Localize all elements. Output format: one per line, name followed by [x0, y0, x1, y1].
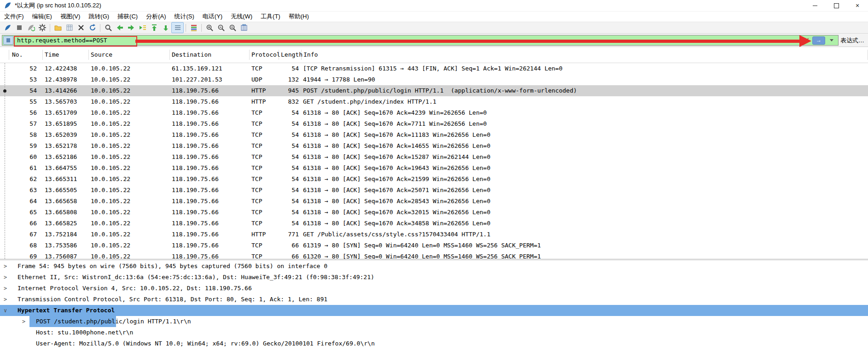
go-to-packet-button[interactable]: [137, 23, 148, 33]
toolbar-separator: [186, 24, 186, 32]
expander-icon[interactable]: >: [0, 294, 17, 305]
go-to-top-button[interactable]: [148, 23, 160, 33]
menu-item[interactable]: 帮助(H): [285, 12, 313, 22]
expander-icon[interactable]: >: [0, 272, 17, 283]
close-button[interactable]: ×: [847, 0, 868, 11]
apply-filter-button[interactable]: →: [812, 36, 825, 45]
zoom-in-button[interactable]: [204, 23, 215, 33]
packet-row[interactable]: 62 13.665311 10.0.105.22 118.190.75.66 T…: [0, 174, 868, 185]
green-left-arrow-icon: [116, 23, 124, 32]
packet-list: 52 12.422438 10.0.105.22 61.135.169.121 …: [0, 63, 868, 259]
packet-row[interactable]: 63 13.665505 10.0.105.22 118.190.75.66 T…: [0, 185, 868, 196]
colorize-packets-button[interactable]: [188, 23, 199, 33]
menu-item[interactable]: 视图(V): [56, 12, 84, 22]
packet-row[interactable]: 56 13.651709 10.0.105.22 118.190.75.66 T…: [0, 107, 868, 118]
packet-row[interactable]: 59 13.652178 10.0.105.22 118.190.75.66 T…: [0, 140, 868, 152]
colorize-lines-icon: [190, 23, 198, 32]
packet-row[interactable]: 61 13.664755 10.0.105.22 118.190.75.66 T…: [0, 163, 868, 174]
expression-button[interactable]: 表达式…: [840, 36, 864, 45]
packet-row[interactable]: 57 13.651895 10.0.105.22 118.190.75.66 T…: [0, 118, 868, 129]
maximize-icon: [834, 3, 839, 8]
detail-line[interactable]: ∨ Hypertext Transfer Protocol: [0, 305, 868, 316]
menu-item[interactable]: 文件(F): [0, 12, 28, 22]
detail-line[interactable]: Host: stu.1000phone.net\r\n: [0, 327, 868, 338]
packet-row[interactable]: 64 13.665658 10.0.105.22 118.190.75.66 T…: [0, 196, 868, 207]
expander-icon[interactable]: [18, 327, 36, 338]
packet-row[interactable]: 68 13.753586 10.0.105.22 118.190.75.66 T…: [0, 240, 868, 251]
resize-columns-button[interactable]: [238, 23, 250, 33]
expander-icon[interactable]: >: [0, 261, 17, 272]
go-to-bottom-button[interactable]: [160, 23, 171, 33]
menu-item[interactable]: 捕获(C): [113, 12, 142, 22]
save-icon: [65, 23, 74, 32]
detail-line[interactable]: > Transmission Control Protocol, Src Por…: [0, 294, 868, 305]
wireshark-window: { "window": { "title": "*以太网 (ip src hos…: [0, 0, 868, 351]
menu-item[interactable]: 统计(S): [170, 12, 198, 22]
filter-dropdown-caret-icon[interactable]: [830, 39, 833, 41]
save-file-button[interactable]: [64, 23, 75, 33]
packet-details-pane: > Frame 54: 945 bytes on wire (7560 bits…: [0, 261, 868, 351]
resize-columns-icon: [240, 23, 248, 32]
maximize-button[interactable]: [826, 0, 847, 11]
zoom-out-icon: [217, 23, 225, 32]
detail-line[interactable]: Accept: text/html,application/xhtml+xml,…: [0, 349, 868, 351]
packet-list-header: No. Time Source Destination Protocol Len…: [0, 47, 868, 63]
column-header-info[interactable]: Info: [302, 50, 868, 60]
expander-icon[interactable]: >: [0, 283, 17, 294]
column-header-source[interactable]: Source: [89, 50, 170, 60]
menu-item[interactable]: 分析(A): [142, 12, 170, 22]
green-right-arrow-icon: [127, 23, 135, 32]
minimize-button[interactable]: [804, 0, 826, 11]
expander-icon[interactable]: ∨: [0, 305, 17, 316]
toolbar-separator: [50, 24, 50, 32]
packet-row[interactable]: 58 13.652039 10.0.105.22 118.190.75.66 T…: [0, 129, 868, 140]
restart-fin-icon: [27, 23, 35, 32]
packet-row[interactable]: 60 13.652186 10.0.105.22 118.190.75.66 T…: [0, 152, 868, 163]
expander-icon[interactable]: [18, 349, 36, 351]
menu-item[interactable]: 电话(Y): [198, 12, 227, 22]
column-header-time[interactable]: Time: [43, 50, 89, 60]
column-header-no[interactable]: No.: [9, 50, 43, 60]
capture-options-button[interactable]: [36, 23, 48, 33]
filter-bookmark-button[interactable]: [3, 36, 13, 45]
detail-line[interactable]: > POST /student.php/public/login HTTP/1.…: [0, 316, 868, 327]
filter-bar: http.request.method==POST ✕ → 表达式…: [0, 34, 868, 47]
find-packet-button[interactable]: [102, 23, 114, 33]
close-file-button[interactable]: [75, 23, 87, 33]
go-back-button[interactable]: [114, 23, 125, 33]
detail-line[interactable]: > Frame 54: 945 bytes on wire (7560 bits…: [0, 261, 868, 272]
zoom-out-button[interactable]: [215, 23, 227, 33]
detail-line[interactable]: User-Agent: Mozilla/5.0 (Windows NT 10.0…: [0, 338, 868, 349]
packet-row[interactable]: 66 13.665825 10.0.105.22 118.190.75.66 T…: [0, 218, 868, 229]
expander-icon[interactable]: >: [18, 316, 36, 327]
annotation-red-rectangle: [14, 36, 137, 47]
column-header-destination[interactable]: Destination: [170, 50, 250, 60]
packet-row[interactable]: 53 12.438978 10.0.105.22 101.227.201.53 …: [0, 74, 868, 85]
restart-capture-button[interactable]: [25, 23, 36, 33]
packet-row[interactable]: 55 13.565703 10.0.105.22 118.190.75.66 H…: [0, 96, 868, 107]
menu-item[interactable]: 跳转(G): [84, 12, 113, 22]
packet-row[interactable]: 69 13.756087 10.0.105.22 118.190.75.66 T…: [0, 251, 868, 259]
start-capture-button[interactable]: [2, 23, 13, 33]
menu-item[interactable]: 无线(W): [227, 12, 256, 22]
expander-icon[interactable]: [18, 338, 36, 349]
menu-item[interactable]: 工具(T): [256, 12, 285, 22]
packet-row[interactable]: 67 13.752184 10.0.105.22 118.190.75.66 H…: [0, 229, 868, 240]
packet-row[interactable]: 65 13.665808 10.0.105.22 118.190.75.66 T…: [0, 207, 868, 218]
zoom-normal-button[interactable]: [227, 23, 238, 33]
menu-item[interactable]: 编辑(E): [28, 12, 56, 22]
column-header-length[interactable]: Length: [279, 50, 302, 60]
auto-scroll-toggle[interactable]: [171, 22, 184, 33]
packet-row[interactable]: 52 12.422438 10.0.105.22 61.135.169.121 …: [0, 63, 868, 74]
go-forward-button[interactable]: [125, 23, 137, 33]
detail-line[interactable]: > Internet Protocol Version 4, Src: 10.0…: [0, 283, 868, 294]
toolbar-separator: [100, 24, 100, 32]
main-toolbar: [0, 22, 868, 34]
stop-capture-button[interactable]: [13, 23, 25, 33]
detail-line[interactable]: > Ethernet II, Src: WistronI_dc:13:6a (5…: [0, 272, 868, 283]
packet-row[interactable]: 54 13.414266 10.0.105.22 118.190.75.66 H…: [0, 85, 868, 96]
toolbar-separator: [201, 24, 202, 32]
open-file-button[interactable]: [52, 23, 64, 33]
column-header-protocol[interactable]: Protocol: [250, 50, 279, 60]
reload-file-button[interactable]: [87, 23, 98, 33]
